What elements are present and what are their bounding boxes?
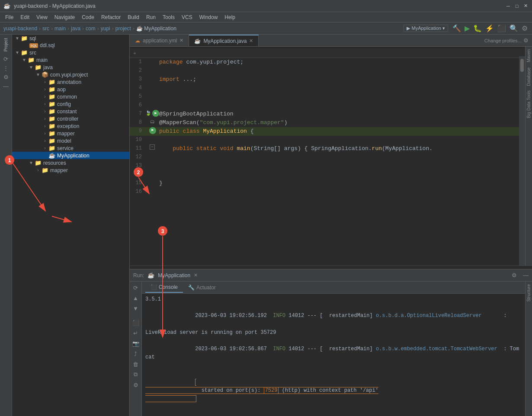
tree-node-main[interactable]: ▼ 📁 main [12, 56, 129, 64]
tree-node-aop[interactable]: › 📁 aop [12, 86, 129, 93]
menu-navigate[interactable]: Navigate [51, 13, 78, 21]
code-line-11: 11 − public static void main(String[] ar… [130, 144, 525, 153]
breadcrumb-src[interactable]: src [42, 26, 49, 32]
run-button[interactable]: ▶ [465, 24, 470, 32]
maximize-button[interactable]: □ [514, 3, 520, 9]
menu-help[interactable]: Help [221, 13, 239, 21]
build-button[interactable]: 🔨 [452, 24, 461, 32]
gutter-run-7[interactable]: 🍃 ▶ [147, 110, 157, 117]
editor-breadcrumb: ☕ [130, 48, 525, 58]
profile-button[interactable]: ⚡ [485, 24, 494, 32]
stop-run-btn[interactable]: ⬛ [131, 318, 140, 327]
debug-button[interactable]: 🐛 [473, 24, 482, 32]
reload-btn[interactable]: ⟳ [131, 283, 140, 292]
breadcrumb-java[interactable]: java [71, 26, 80, 32]
run-settings-icon[interactable]: ⚙ [512, 272, 517, 278]
structure-label[interactable]: Structure [526, 282, 532, 304]
close-run-tab[interactable]: ✕ [194, 272, 198, 278]
close-button[interactable]: ✕ [522, 3, 529, 9]
maven-sidebar-label[interactable]: Maven [526, 47, 532, 65]
tree-node-com-yupi-project[interactable]: ▼ 📦 com.yupi.project [12, 71, 129, 78]
console-line-livereload-msg: LiveReload server is running on port 357… [145, 329, 522, 337]
tree-node-ddl[interactable]: SQL ddl.sql [12, 42, 129, 49]
gutter-run-9[interactable]: ▶ [147, 127, 157, 134]
clear-btn[interactable]: 🗑 [131, 360, 140, 368]
close-java-tab[interactable]: ✕ [249, 38, 253, 44]
code-line-6: 6 [130, 101, 525, 110]
menu-edit[interactable]: Edit [17, 13, 33, 21]
code-line-9: 9 ▶ public class MyApplication { [130, 127, 525, 136]
tree-node-mapper[interactable]: › 📁 mapper [12, 130, 129, 137]
tab-application-yml[interactable]: ☁ application.yml ✕ [130, 35, 189, 46]
breadcrumb-project-pkg[interactable]: project [115, 26, 131, 32]
tree-node-constant[interactable]: › 📁 constant [12, 108, 129, 115]
scroll-up-btn[interactable]: ▲ [131, 294, 140, 302]
menu-refactor[interactable]: Refactor [98, 13, 124, 21]
tree-node-myapplication[interactable]: ☕ MyApplication [12, 152, 129, 159]
tree-node-config[interactable]: › 📁 config [12, 100, 129, 108]
console-line-tomcat: 2023-06-03 19:02:56.867 INFO 14012 --- [… [145, 337, 522, 370]
breadcrumb-main[interactable]: main [54, 26, 66, 32]
sync-icon[interactable]: ⟳ [3, 56, 8, 62]
jump-to-btn[interactable]: ⤴ [131, 349, 140, 358]
collapse-icon-11[interactable]: − [150, 144, 155, 150]
menu-build[interactable]: Build [124, 13, 143, 21]
editor-scrollbar[interactable] [519, 56, 525, 266]
filter-btn[interactable]: ⧉ [131, 370, 140, 379]
database-sidebar-label[interactable]: Database [526, 65, 532, 89]
settings-tree-icon[interactable]: ⚙ [3, 74, 9, 80]
menu-window[interactable]: Window [196, 13, 221, 21]
search-everywhere-button[interactable]: 🔍 [510, 24, 518, 32]
menu-vcs[interactable]: VCS [178, 13, 196, 21]
project-panel-label[interactable]: Project [3, 36, 9, 53]
tree-node-resources[interactable]: ▼ 📁 resources [12, 159, 129, 166]
console-output[interactable]: 3.5.1 2023-06-03 19:02:56.192 INFO 14012… [142, 294, 525, 416]
breadcrumb-com[interactable]: com [86, 26, 96, 32]
tab-myapplication-java[interactable]: ☕ MyApplication.java ✕ [189, 35, 259, 46]
code-editor[interactable]: ☕ 1 package com.yupi.project; 2 [130, 47, 525, 266]
project-tree-panel: ▼ 📁 sql SQL ddl.sql ▼ 📁 src ▼ 📁 main [12, 35, 130, 416]
tree-node-exception[interactable]: › 📁 exception [12, 122, 129, 130]
settings-run-btn[interactable]: ⚙ [131, 381, 140, 389]
run-indicator-9[interactable]: ▶ [149, 127, 156, 134]
gutter-collapse-11[interactable]: − [147, 144, 157, 150]
console-tab[interactable]: ⬛ Console [145, 282, 183, 293]
code-line-8: 8 🗂 @MapperScan("com.yupi.project.mapper… [130, 118, 525, 127]
bigdata-sidebar-label[interactable]: Big Data Tools [526, 89, 532, 120]
scroll-down-btn[interactable]: ▼ [131, 304, 140, 313]
actuator-tab[interactable]: 🔧 Actuator [183, 283, 221, 292]
tree-node-java[interactable]: ▼ 📁 java [12, 64, 129, 71]
breadcrumb-yupi[interactable]: yupi [101, 26, 110, 32]
close-yml-tab[interactable]: ✕ [179, 38, 183, 43]
menu-file[interactable]: File [2, 13, 17, 21]
tree-node-resources-mapper[interactable]: › 📁 mapper [12, 166, 129, 174]
breadcrumb-project[interactable]: yuapi-backend [3, 26, 37, 32]
run-config-selector[interactable]: ▶ MyApplication ▾ [404, 25, 448, 32]
minimize-button[interactable]: ─ [505, 3, 511, 9]
change-profiles-btn[interactable]: Change profiles... ⚙ [481, 35, 532, 46]
editor-container: ☁ application.yml ✕ ☕ MyApplication.java… [130, 35, 532, 416]
tree-node-model[interactable]: › 📁 model [12, 137, 129, 144]
collapse-all-icon[interactable]: ⋮ [3, 65, 9, 71]
screenshot-btn[interactable]: 📷 [131, 339, 140, 348]
menu-tools[interactable]: Tools [159, 13, 178, 21]
menu-view[interactable]: View [33, 13, 51, 21]
close-panel-icon[interactable]: — [3, 83, 9, 90]
run-minimize-icon[interactable]: — [523, 272, 529, 278]
code-line-14: 14 [130, 170, 525, 179]
menu-run[interactable]: Run [143, 13, 159, 21]
wrap-text-btn[interactable]: ↵ [131, 329, 140, 337]
settings-button[interactable]: ⚙ [522, 24, 528, 32]
run-tab-myapplication[interactable]: MyApplication [158, 272, 190, 278]
tree-node-service[interactable]: › 📁 service [12, 144, 129, 152]
tree-node-src[interactable]: ▼ 📁 src [12, 49, 129, 56]
tree-node-sql[interactable]: ▼ 📁 sql [12, 35, 129, 42]
menu-code[interactable]: Code [78, 13, 98, 21]
stop-button[interactable]: ⬛ [497, 24, 506, 32]
tree-node-controller[interactable]: › 📁 controller [12, 115, 129, 122]
toolbar: yuapi-backend › src › main › java › com … [0, 22, 532, 35]
run-tab-icon: ☕ [147, 272, 154, 278]
tree-node-annotation[interactable]: › 📁 annotation [12, 78, 129, 86]
annotation-leaf-icon: 🍃 [145, 110, 151, 117]
tree-node-common[interactable]: › 📁 common [12, 93, 129, 100]
